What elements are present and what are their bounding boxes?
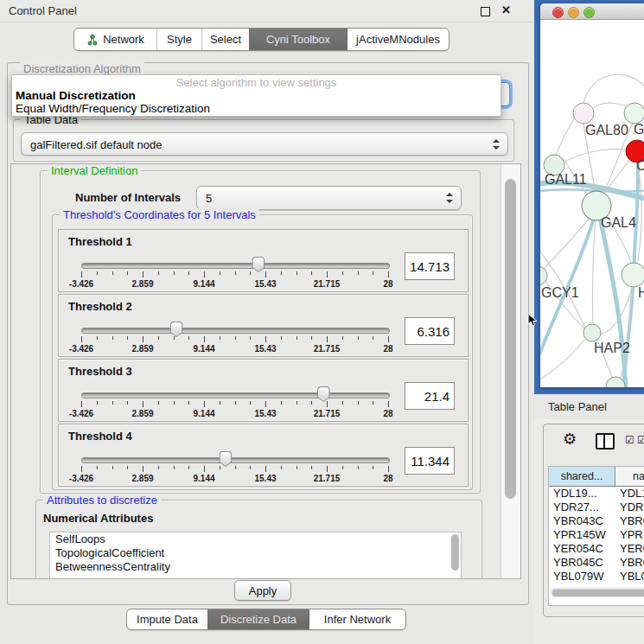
node-label-gal4: GAL4 <box>601 215 636 230</box>
list-item[interactable]: SelfLoops <box>50 532 461 546</box>
gear-icon[interactable]: ⚙ <box>563 431 577 447</box>
attributes-group-label: Attributes to discretize <box>43 494 161 507</box>
table-data-combobox[interactable]: galFiltered.sif default node <box>21 132 508 156</box>
threshold-4-value-field[interactable]: 11.344 <box>405 447 455 475</box>
dropdown-option-equal-width[interactable]: Equal Width/Frequency Discretization <box>16 102 210 115</box>
dropdown-prompt: Select algorithm to view settings <box>12 76 501 89</box>
tab-cyni-toolbox[interactable]: Cyni Toolbox <box>249 29 347 50</box>
tab-style[interactable]: Style <box>156 29 201 50</box>
table-row[interactable]: YDR27...YDR2 <box>549 501 644 514</box>
node-label-ga: GA <box>634 122 644 137</box>
split-columns-icon[interactable] <box>596 433 615 450</box>
threshold-2-slider[interactable]: -3.4262.8599.14415.4321.71528 <box>81 324 388 354</box>
list-item[interactable]: TopologicalCoefficient <box>50 546 461 560</box>
slider-track[interactable] <box>81 263 390 269</box>
network-window-titlebar <box>540 3 644 20</box>
network-graph-canvas[interactable]: GAL80 GA C GAL11 GAL4 GCY1 H HAP2 <box>540 20 644 387</box>
threshold-4-slider[interactable]: -3.4262.8599.14415.4321.71528 <box>81 454 388 483</box>
combo-stepper-icon <box>446 193 453 203</box>
table-row[interactable]: YBR043CYBR0 <box>549 514 644 528</box>
tab-network[interactable]: Network <box>74 29 156 50</box>
discretization-algorithm-label: Discretization Algorithm <box>20 62 144 75</box>
node-top-right[interactable] <box>624 103 644 124</box>
number-of-intervals-value: 5 <box>206 192 212 205</box>
table-row[interactable]: YBL079WYBL0 <box>549 570 644 583</box>
list-scrollbar-thumb[interactable] <box>451 534 459 571</box>
list-item[interactable]: BetweennessCentrality <box>50 560 461 574</box>
checkbox-icon[interactable]: ☑ <box>637 435 644 445</box>
tab-discretize-data[interactable]: Discretize Data <box>207 609 309 629</box>
numerical-attributes-list[interactable]: SelfLoops TopologicalCoefficient Between… <box>49 532 462 579</box>
node-label-gal80: GAL80 <box>585 123 628 137</box>
node-label-c: C <box>636 158 644 173</box>
node-attribute-table: shared... na YDL19...YDL1 YDR27...YDR2 Y… <box>548 466 644 606</box>
threshold-1-value-field[interactable]: 14.713 <box>405 252 455 280</box>
threshold-2-value-field[interactable]: 6.316 <box>405 317 455 345</box>
slider-track[interactable] <box>81 328 390 334</box>
network-window[interactable]: GAL80 GA C GAL11 GAL4 GCY1 H HAP2 <box>540 3 644 387</box>
column-header-name[interactable]: na <box>615 467 644 486</box>
interval-definition-label: Interval Definition <box>48 164 141 177</box>
dropdown-option-manual[interactable]: Manual Discretization <box>16 89 136 102</box>
table-data-selected-value: galFiltered.sif default node <box>30 137 162 150</box>
table-row[interactable]: YER054CYER0 <box>549 542 644 556</box>
tab-infer-network[interactable]: Infer Network <box>309 609 405 629</box>
scrollbar-thumb[interactable] <box>505 179 516 499</box>
interval-definition-group: Interval Definition Number of Intervals … <box>40 170 481 494</box>
slider-track[interactable] <box>81 392 390 399</box>
table-horizontal-scrollbar[interactable] <box>551 588 644 597</box>
table-header-row: shared... na <box>549 467 644 487</box>
slider-thumb[interactable] <box>252 257 265 272</box>
checkbox-icon[interactable]: ☑ <box>625 435 634 445</box>
node-label-h: H <box>638 285 644 300</box>
slider-thumb[interactable] <box>170 322 183 337</box>
table-row[interactable]: YPR145WYPR1 <box>549 528 644 542</box>
table-panel-titlebar: Table Panel <box>534 394 644 418</box>
threshold-3-panel: Threshold 3 -3.4262.8599.14415.4321.7152… <box>58 359 469 422</box>
node-label-hap2: HAP2 <box>594 341 630 355</box>
screenshot-stage: Control Panel ✕ Network Style Select Cyn… <box>0 0 644 644</box>
slider-ticks <box>81 401 388 408</box>
threshold-3-slider[interactable]: -3.4262.8599.14415.4321.71528 <box>81 389 388 418</box>
slider-thumb[interactable] <box>317 386 330 402</box>
slider-thumb[interactable] <box>219 451 232 467</box>
threshold-1-slider[interactable]: -3.4262.8599.14415.4321.71528 <box>81 259 388 289</box>
table-data-group: Table Data galFiltered.sif default node <box>13 119 514 162</box>
zoom-traffic-light-icon[interactable] <box>583 7 595 18</box>
slider-track[interactable] <box>81 457 390 463</box>
slider-tick-labels: -3.4262.8599.14415.4321.71528 <box>81 344 388 354</box>
node-gal80[interactable] <box>573 103 594 124</box>
node-h[interactable] <box>622 263 644 287</box>
tab-impute-data[interactable]: Impute Data <box>127 609 207 629</box>
minimize-traffic-light-icon[interactable] <box>568 7 579 18</box>
table-panel-title: Table Panel <box>548 400 607 413</box>
scrollbar-thumb[interactable] <box>552 590 644 596</box>
column-header-shared-name[interactable]: shared... <box>549 467 615 486</box>
table-row[interactable]: YDL19...YDL1 <box>549 487 644 501</box>
control-panel-titlebar: Control Panel ✕ <box>0 0 534 22</box>
close-icon[interactable]: ✕ <box>501 3 511 16</box>
network-view-frame: GAL80 GA C GAL11 GAL4 GCY1 H HAP2 <box>534 0 644 394</box>
apply-button[interactable]: Apply <box>234 580 291 601</box>
table-row[interactable]: YBR045CYBR0 <box>549 556 644 570</box>
float-window-icon[interactable] <box>481 7 490 16</box>
numerical-attributes-label: Numerical Attributes <box>43 512 153 525</box>
threshold-1-panel: Threshold 1 -3.4262.8599.14415.4321.7152… <box>58 229 469 292</box>
node-bottom[interactable] <box>606 377 625 387</box>
thresholds-coordinates-group: Threshold's Coordinates for 5 Intervals … <box>52 214 473 490</box>
settings-scroll-panel: Interval Definition Number of Intervals … <box>10 163 521 579</box>
slider-tick-labels: -3.4262.8599.14415.4321.71528 <box>81 409 388 418</box>
tab-jactivemnodules[interactable]: jActiveMNodules <box>347 29 449 50</box>
threshold-2-panel: Threshold 2 -3.4262.8599.14415.4321.7152… <box>58 294 469 357</box>
threshold-3-value-field[interactable]: 21.4 <box>405 382 455 410</box>
attributes-group: Attributes to discretize Numerical Attri… <box>35 500 482 579</box>
number-of-intervals-combobox[interactable]: 5 <box>196 186 462 210</box>
settings-vertical-scrollbar[interactable] <box>501 164 520 578</box>
close-traffic-light-icon[interactable] <box>552 7 564 18</box>
table-row[interactable]: YLR345WYLR3 <box>549 583 644 585</box>
tab-select[interactable]: Select <box>201 29 249 50</box>
node-hap2[interactable] <box>583 324 601 341</box>
number-of-intervals-label: Number of Intervals <box>75 191 181 204</box>
top-tab-bar: Network Style Select Cyni Toolbox jActiv… <box>73 28 450 51</box>
bottom-tab-bar: Impute Data Discretize Data Infer Networ… <box>126 609 406 630</box>
